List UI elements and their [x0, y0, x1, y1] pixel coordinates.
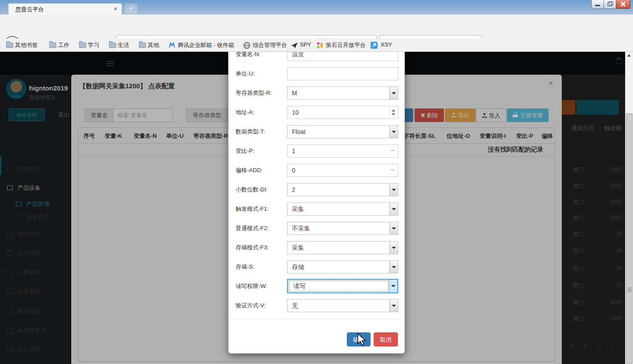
chevron-down-icon[interactable]	[389, 203, 398, 215]
folder-icon	[139, 43, 146, 48]
data-type-select[interactable]: Float	[287, 125, 398, 138]
dialog-close-icon[interactable]: ×	[549, 79, 553, 88]
username: hignton2019	[29, 84, 68, 92]
export-button[interactable]: 导出	[445, 108, 476, 122]
scroll-up-arrow-icon[interactable]	[626, 52, 633, 59]
bookmark-tencent-mail[interactable]: 腾讯企业邮箱 - 收件箱	[178, 41, 234, 49]
column-header[interactable]: 偏移	[542, 132, 553, 140]
avatar[interactable]	[6, 79, 26, 99]
bookmark-xsy[interactable]: XSY	[381, 41, 392, 48]
table-cell: 网口	[573, 166, 584, 174]
decimal-digits-select[interactable]: 2	[287, 183, 398, 196]
normal-mode-select[interactable]: 不采集	[287, 222, 398, 235]
chevron-down-icon[interactable]	[389, 222, 398, 234]
monitor-icon	[7, 166, 13, 171]
folder-icon	[6, 43, 13, 48]
chevron-down-icon[interactable]	[389, 261, 398, 273]
field-label: 普通模式-F2:	[236, 222, 285, 235]
chevron-down-icon[interactable]	[389, 280, 397, 292]
ratio-input[interactable]: 1	[287, 144, 398, 158]
bookmark-spy[interactable]: SPY	[300, 41, 311, 48]
folder-icon	[49, 43, 56, 48]
cancel-button[interactable]: 取消	[374, 332, 398, 346]
sidebar-item-park-mgmt[interactable]: 园区管理	[18, 230, 40, 238]
field-label: 地址-A:	[236, 106, 285, 119]
scrollbar-thumb[interactable]	[626, 113, 633, 364]
bookmark-other[interactable]: 其他书签	[15, 41, 38, 49]
text-input[interactable]	[287, 67, 398, 80]
chevron-down-icon[interactable]	[389, 184, 398, 196]
plug-icon	[7, 309, 13, 314]
tab-title: 思普云平台	[15, 6, 44, 14]
column-header[interactable]: 单位-U	[166, 132, 184, 140]
address-stepper[interactable]: 10	[287, 106, 398, 119]
close-window-button[interactable]	[616, 0, 630, 9]
chevron-down-icon[interactable]	[389, 241, 398, 254]
table-cell: 10	[598, 282, 622, 288]
trigger-mode-select[interactable]: 采集	[287, 202, 398, 216]
bookmark-life[interactable]: 生活	[118, 41, 129, 49]
bookmark-mgmt-platform[interactable]: 综合管理平台	[253, 41, 287, 49]
page-scrollbar[interactable]	[625, 52, 633, 364]
sidebar-item-scada-mgmt[interactable]: 组态管理	[18, 249, 40, 257]
browser-tab[interactable]: 思普云平台 ×	[8, 3, 122, 15]
column-header[interactable]: 序号	[84, 132, 95, 140]
unit-input[interactable]	[287, 67, 398, 80]
minimize-button[interactable]	[591, 0, 604, 9]
bookmark-misc[interactable]: 其他	[148, 41, 159, 49]
color-dots-icon	[316, 42, 324, 49]
table-cell: 网口	[573, 198, 584, 206]
filter-search-input[interactable]: 检索 变量名	[113, 108, 173, 122]
bookmark-study[interactable]: 学习	[88, 41, 99, 49]
browser-window: 思普云平台 × + ← → ⌂	[0, 0, 633, 364]
table-cell: 30	[598, 265, 622, 271]
sidebar-item-scene-mgmt[interactable]: 场景管理	[18, 288, 40, 296]
sidebar-item-message-mgmt[interactable]: 消息管理	[18, 346, 40, 354]
column-header[interactable]: 变量名-N	[134, 132, 157, 140]
column-header[interactable]: 变比-P	[516, 132, 533, 140]
column-header[interactable]: 字符长度-SL	[404, 132, 436, 140]
register-type-select[interactable]: M	[287, 86, 398, 100]
sidebar-item-trigger-mgmt[interactable]: 触发器管理	[18, 327, 46, 335]
rw-permission-select[interactable]: 读写	[287, 279, 398, 293]
offset-input[interactable]: 0	[287, 164, 398, 177]
new-tab-button[interactable]: +	[125, 4, 137, 14]
bg-interlock-button	[576, 100, 619, 115]
storage-select[interactable]: 存储	[287, 260, 398, 274]
column-header[interactable]: 变量-K	[105, 132, 122, 140]
spinner-icon[interactable]	[389, 107, 397, 118]
table-cell: 1000	[598, 315, 622, 321]
sidebar-item-monitor[interactable]: 实时监控	[18, 165, 40, 173]
app-menu-toggle-icon[interactable]	[107, 61, 114, 66]
chevron-down-icon[interactable]	[389, 87, 398, 99]
sidebar-item-device-mgmt[interactable]: 设备管理	[26, 213, 49, 221]
column-header[interactable]: 寄存器类型-R	[193, 132, 228, 140]
logout-button[interactable]: 退出	[58, 111, 69, 119]
variable-name-input[interactable]	[287, 52, 398, 61]
storage-mode-select[interactable]: 采集	[287, 241, 398, 254]
bookmark-work[interactable]: 工作	[58, 41, 69, 49]
column-header[interactable]: 变量说明-I	[480, 132, 506, 140]
chevron-down-icon[interactable]	[389, 126, 398, 138]
delete-button[interactable]: 删除	[415, 108, 444, 122]
dart-icon	[291, 42, 298, 49]
sidebar-item-data-forward[interactable]: 数据转发	[18, 307, 40, 315]
interlock-button[interactable]: 互锁变量	[507, 108, 549, 122]
import-button[interactable]: 导入	[476, 108, 506, 122]
text-input[interactable]	[287, 52, 398, 61]
mouse-cursor	[357, 333, 367, 347]
sidebar-item-product-mgmt[interactable]: 产品管理	[26, 200, 49, 208]
sidebar-item-screen-mgmt[interactable]: 大屏管理	[18, 269, 40, 277]
bookmark-ezviz[interactable]: 萤石云开放平台	[326, 41, 366, 49]
table-cell: 网口	[573, 214, 584, 222]
chevron-down-icon[interactable]	[389, 299, 398, 312]
restore-button[interactable]	[604, 0, 616, 9]
column-header[interactable]: 位地址-O	[447, 132, 470, 140]
verify-mode-select[interactable]: 无	[287, 299, 398, 312]
sidebar-item-product-device[interactable]: 产品设备	[18, 184, 40, 192]
home-nav-icon[interactable]	[616, 60, 622, 64]
navigation-toolbar: ← → ⌂ iot.idosp.net/admin/index.html?lan…	[0, 14, 633, 39]
edit-profile-button[interactable]: 修改资料	[9, 108, 45, 121]
card-icon	[7, 231, 13, 236]
tab-close-icon[interactable]: ×	[113, 5, 117, 12]
